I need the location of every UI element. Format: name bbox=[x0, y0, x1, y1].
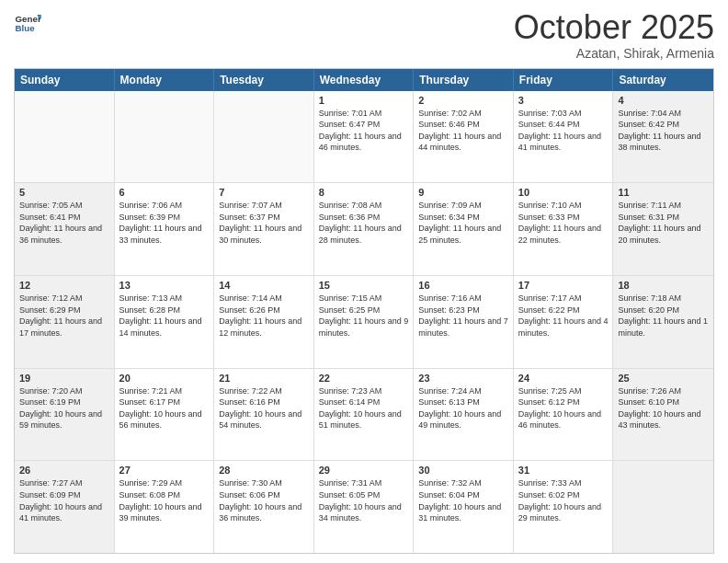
day-info: Sunrise: 7:20 AM Sunset: 6:19 PM Dayligh… bbox=[19, 385, 109, 431]
day-info: Sunrise: 7:26 AM Sunset: 6:10 PM Dayligh… bbox=[618, 385, 709, 431]
day-cell-26: 26Sunrise: 7:27 AM Sunset: 6:09 PM Dayli… bbox=[15, 461, 115, 553]
day-number: 12 bbox=[19, 280, 109, 291]
day-info: Sunrise: 7:15 AM Sunset: 6:25 PM Dayligh… bbox=[319, 293, 409, 339]
day-info: Sunrise: 7:09 AM Sunset: 6:34 PM Dayligh… bbox=[418, 200, 508, 246]
title-block: October 2025 Azatan, Shirak, Armenia bbox=[514, 9, 714, 61]
day-of-week-wednesday: Wednesday bbox=[314, 69, 415, 91]
day-number: 25 bbox=[618, 373, 709, 384]
day-number: 11 bbox=[618, 187, 709, 198]
svg-text:Blue: Blue bbox=[16, 23, 36, 33]
day-cell-24: 24Sunrise: 7:25 AM Sunset: 6:12 PM Dayli… bbox=[514, 369, 614, 461]
day-cell-14: 14Sunrise: 7:14 AM Sunset: 6:26 PM Dayli… bbox=[214, 276, 314, 368]
day-info: Sunrise: 7:23 AM Sunset: 6:14 PM Dayligh… bbox=[319, 385, 409, 431]
logo: General Blue bbox=[14, 9, 41, 37]
day-cell-4: 4Sunrise: 7:04 AM Sunset: 6:42 PM Daylig… bbox=[613, 91, 713, 183]
day-info: Sunrise: 7:25 AM Sunset: 6:12 PM Dayligh… bbox=[518, 385, 609, 431]
day-cell-20: 20Sunrise: 7:21 AM Sunset: 6:17 PM Dayli… bbox=[115, 369, 215, 461]
day-info: Sunrise: 7:16 AM Sunset: 6:23 PM Dayligh… bbox=[418, 293, 508, 339]
day-number: 14 bbox=[219, 280, 309, 291]
day-info: Sunrise: 7:17 AM Sunset: 6:22 PM Dayligh… bbox=[518, 293, 609, 339]
empty-cell-0-1 bbox=[115, 91, 215, 183]
day-info: Sunrise: 7:22 AM Sunset: 6:16 PM Dayligh… bbox=[219, 385, 309, 431]
day-cell-8: 8Sunrise: 7:08 AM Sunset: 6:36 PM Daylig… bbox=[314, 183, 415, 275]
day-cell-1: 1Sunrise: 7:01 AM Sunset: 6:47 PM Daylig… bbox=[314, 91, 415, 183]
day-info: Sunrise: 7:05 AM Sunset: 6:41 PM Dayligh… bbox=[19, 200, 109, 246]
day-info: Sunrise: 7:24 AM Sunset: 6:13 PM Dayligh… bbox=[418, 385, 508, 431]
day-number: 17 bbox=[518, 280, 609, 291]
day-number: 13 bbox=[119, 280, 210, 291]
day-of-week-monday: Monday bbox=[115, 69, 215, 91]
day-info: Sunrise: 7:13 AM Sunset: 6:28 PM Dayligh… bbox=[119, 293, 210, 339]
day-of-week-sunday: Sunday bbox=[15, 69, 115, 91]
day-number: 28 bbox=[219, 465, 309, 476]
day-number: 29 bbox=[319, 465, 409, 476]
day-info: Sunrise: 7:18 AM Sunset: 6:20 PM Dayligh… bbox=[618, 293, 709, 339]
day-cell-29: 29Sunrise: 7:31 AM Sunset: 6:05 PM Dayli… bbox=[314, 461, 415, 553]
day-number: 20 bbox=[119, 373, 210, 384]
day-info: Sunrise: 7:02 AM Sunset: 6:46 PM Dayligh… bbox=[418, 108, 508, 154]
day-number: 21 bbox=[219, 373, 309, 384]
day-number: 27 bbox=[119, 465, 210, 476]
day-number: 8 bbox=[319, 187, 409, 198]
day-cell-9: 9Sunrise: 7:09 AM Sunset: 6:34 PM Daylig… bbox=[414, 183, 514, 275]
day-number: 15 bbox=[319, 280, 409, 291]
day-cell-15: 15Sunrise: 7:15 AM Sunset: 6:25 PM Dayli… bbox=[314, 276, 415, 368]
day-cell-17: 17Sunrise: 7:17 AM Sunset: 6:22 PM Dayli… bbox=[514, 276, 614, 368]
day-cell-21: 21Sunrise: 7:22 AM Sunset: 6:16 PM Dayli… bbox=[214, 369, 314, 461]
day-cell-25: 25Sunrise: 7:26 AM Sunset: 6:10 PM Dayli… bbox=[613, 369, 713, 461]
header: General Blue October 2025 Azatan, Shirak… bbox=[14, 9, 714, 61]
day-info: Sunrise: 7:32 AM Sunset: 6:04 PM Dayligh… bbox=[418, 477, 508, 523]
day-number: 23 bbox=[418, 373, 508, 384]
day-info: Sunrise: 7:21 AM Sunset: 6:17 PM Dayligh… bbox=[119, 385, 210, 431]
empty-cell-0-0 bbox=[15, 91, 115, 183]
day-cell-30: 30Sunrise: 7:32 AM Sunset: 6:04 PM Dayli… bbox=[414, 461, 514, 553]
day-number: 6 bbox=[119, 187, 210, 198]
day-info: Sunrise: 7:10 AM Sunset: 6:33 PM Dayligh… bbox=[518, 200, 609, 246]
calendar: SundayMondayTuesdayWednesdayThursdayFrid… bbox=[14, 68, 714, 554]
day-number: 2 bbox=[418, 95, 508, 106]
day-info: Sunrise: 7:30 AM Sunset: 6:06 PM Dayligh… bbox=[219, 477, 309, 523]
day-of-week-saturday: Saturday bbox=[613, 69, 713, 91]
day-info: Sunrise: 7:04 AM Sunset: 6:42 PM Dayligh… bbox=[618, 108, 709, 154]
day-number: 19 bbox=[19, 373, 109, 384]
day-cell-18: 18Sunrise: 7:18 AM Sunset: 6:20 PM Dayli… bbox=[613, 276, 713, 368]
page: General Blue October 2025 Azatan, Shirak… bbox=[0, 0, 728, 563]
day-number: 26 bbox=[19, 465, 109, 476]
day-info: Sunrise: 7:31 AM Sunset: 6:05 PM Dayligh… bbox=[319, 477, 409, 523]
day-cell-19: 19Sunrise: 7:20 AM Sunset: 6:19 PM Dayli… bbox=[15, 369, 115, 461]
day-number: 4 bbox=[618, 95, 709, 106]
day-cell-6: 6Sunrise: 7:06 AM Sunset: 6:39 PM Daylig… bbox=[115, 183, 215, 275]
calendar-body: 1Sunrise: 7:01 AM Sunset: 6:47 PM Daylig… bbox=[15, 91, 713, 553]
empty-cell-4-6 bbox=[613, 461, 713, 553]
day-cell-13: 13Sunrise: 7:13 AM Sunset: 6:28 PM Dayli… bbox=[115, 276, 215, 368]
day-info: Sunrise: 7:33 AM Sunset: 6:02 PM Dayligh… bbox=[518, 477, 609, 523]
calendar-header: SundayMondayTuesdayWednesdayThursdayFrid… bbox=[15, 69, 713, 91]
day-cell-31: 31Sunrise: 7:33 AM Sunset: 6:02 PM Dayli… bbox=[514, 461, 614, 553]
day-cell-16: 16Sunrise: 7:16 AM Sunset: 6:23 PM Dayli… bbox=[414, 276, 514, 368]
day-cell-28: 28Sunrise: 7:30 AM Sunset: 6:06 PM Dayli… bbox=[214, 461, 314, 553]
day-cell-5: 5Sunrise: 7:05 AM Sunset: 6:41 PM Daylig… bbox=[15, 183, 115, 275]
day-number: 9 bbox=[418, 187, 508, 198]
logo-icon: General Blue bbox=[14, 9, 41, 37]
day-info: Sunrise: 7:11 AM Sunset: 6:31 PM Dayligh… bbox=[618, 200, 709, 246]
day-cell-12: 12Sunrise: 7:12 AM Sunset: 6:29 PM Dayli… bbox=[15, 276, 115, 368]
day-info: Sunrise: 7:07 AM Sunset: 6:37 PM Dayligh… bbox=[219, 200, 309, 246]
calendar-row-0: 1Sunrise: 7:01 AM Sunset: 6:47 PM Daylig… bbox=[15, 91, 713, 183]
calendar-row-1: 5Sunrise: 7:05 AM Sunset: 6:41 PM Daylig… bbox=[15, 182, 713, 275]
day-info: Sunrise: 7:06 AM Sunset: 6:39 PM Dayligh… bbox=[119, 200, 210, 246]
day-number: 3 bbox=[518, 95, 609, 106]
day-of-week-friday: Friday bbox=[514, 69, 614, 91]
day-cell-22: 22Sunrise: 7:23 AM Sunset: 6:14 PM Dayli… bbox=[314, 369, 415, 461]
day-info: Sunrise: 7:12 AM Sunset: 6:29 PM Dayligh… bbox=[19, 293, 109, 339]
day-info: Sunrise: 7:01 AM Sunset: 6:47 PM Dayligh… bbox=[319, 108, 409, 154]
day-number: 10 bbox=[518, 187, 609, 198]
day-number: 22 bbox=[319, 373, 409, 384]
day-cell-2: 2Sunrise: 7:02 AM Sunset: 6:46 PM Daylig… bbox=[414, 91, 514, 183]
day-number: 24 bbox=[518, 373, 609, 384]
day-number: 7 bbox=[219, 187, 309, 198]
day-cell-27: 27Sunrise: 7:29 AM Sunset: 6:08 PM Dayli… bbox=[115, 461, 215, 553]
day-info: Sunrise: 7:27 AM Sunset: 6:09 PM Dayligh… bbox=[19, 477, 109, 523]
calendar-row-2: 12Sunrise: 7:12 AM Sunset: 6:29 PM Dayli… bbox=[15, 275, 713, 368]
empty-cell-0-2 bbox=[214, 91, 314, 183]
day-number: 30 bbox=[418, 465, 508, 476]
